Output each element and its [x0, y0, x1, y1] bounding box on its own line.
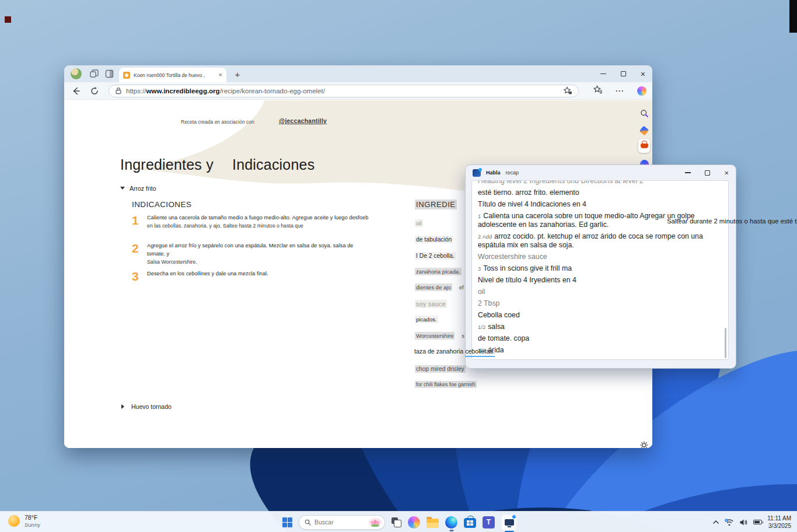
profile-avatar-icon[interactable] — [71, 68, 82, 79]
task-view-icon[interactable] — [391, 517, 401, 527]
transcript-line: oil — [478, 288, 722, 296]
recap-minimize-button[interactable] — [685, 172, 691, 173]
system-tray: 11:11 AM 3/3/2025 — [712, 512, 791, 532]
transcript-line: Cebolla coed — [478, 311, 722, 320]
refresh-icon[interactable] — [90, 86, 99, 98]
file-explorer-icon[interactable] — [427, 519, 439, 528]
screen-artifact-red-square — [5, 16, 11, 23]
teams-icon[interactable] — [483, 516, 495, 528]
copilot-icon[interactable] — [637, 86, 646, 96]
step-text: Desecha en los cebollines y dale una mez… — [147, 270, 372, 282]
heading-ingredients: Ingredientes y — [120, 156, 214, 173]
new-tab-button[interactable] — [232, 69, 243, 79]
browser-tab[interactable]: Koen roen000 Tortilla de huevo , — [119, 68, 226, 82]
url-text: https://www.incredibleegg.org/recipe/kor… — [126, 88, 325, 94]
ingredients-header: INGREDIEN — [415, 200, 472, 209]
transcript-line: de tomate. copa — [478, 334, 722, 343]
taskbar-search-box[interactable] — [299, 515, 385, 530]
ingredient-item: for chili flakes foe garnish — [415, 382, 477, 387]
microsoft-store-icon[interactable] — [464, 518, 476, 528]
tab-actions-icon[interactable] — [105, 69, 114, 78]
recap-app-title: Habla — [486, 170, 501, 176]
window-minimize-button[interactable] — [600, 74, 606, 74]
directions-header: INDICACIONES — [132, 200, 191, 209]
address-bar[interactable]: https://www.incredibleegg.org/recipe/kor… — [109, 85, 579, 97]
transcript-line: Nivel de título 4 Iryedients en 4 — [478, 276, 722, 285]
habla-recap-window: Habla recap Heading level 2 Ingredients … — [465, 164, 736, 369]
ingredient-item: Worcestershires — [415, 332, 464, 339]
transcript-line: 1/2salsa — [478, 323, 722, 331]
direction-step: 1 Caliente una cacerola de tamaño medio … — [132, 214, 377, 230]
ingredient-carrot-scallions: taza de zanahoria cebolletas. — [414, 348, 495, 355]
ingredient-item: picados. — [415, 316, 438, 323]
start-button[interactable] — [282, 517, 292, 527]
recap-close-button[interactable] — [724, 169, 729, 177]
transcript-line: Worcestershire sauce — [478, 253, 722, 261]
wifi-icon[interactable] — [725, 519, 734, 526]
direction-step: 2 Agregue el arroz frío y sepárelo con u… — [132, 242, 377, 266]
expand-arrow-icon — [121, 404, 127, 409]
ingredient-item: I De 2 cebolla. — [415, 253, 456, 259]
weather-temperature: 78°F — [25, 514, 40, 522]
recap-window-controls — [685, 169, 729, 177]
transcript-line: Título de nivel 4 Indicaciones en 4 — [478, 200, 722, 209]
site-lock-icon[interactable] — [115, 87, 122, 96]
back-icon[interactable] — [71, 86, 81, 98]
battery-icon[interactable] — [753, 520, 762, 524]
sun-icon — [8, 515, 20, 527]
notification-badge — [512, 514, 516, 519]
tray-time: 11:11 AM — [767, 514, 791, 522]
partner-link[interactable]: @jeccachantilly — [279, 117, 327, 124]
taskbar-weather-widget[interactable]: 78°F Sunny — [8, 514, 40, 528]
recap-maximize-button[interactable] — [705, 170, 710, 176]
tab-title: Koen roen000 Tortilla de huevo , — [134, 72, 215, 78]
workspaces-icon[interactable] — [90, 69, 99, 78]
transcript-line: 1/2árida — [478, 346, 722, 355]
section-label: Arroz frito — [130, 185, 156, 192]
search-icon — [305, 519, 311, 526]
toolbar-right-icons — [593, 85, 646, 96]
open-app-indicator — [449, 530, 453, 531]
sidebar-search-icon[interactable] — [638, 107, 650, 119]
step-number: 1 — [132, 214, 142, 230]
recap-transcript-panel[interactable]: Heading level 2 Ingredients und Directio… — [471, 180, 729, 360]
tab-close-icon[interactable] — [219, 72, 222, 78]
browser-toolbar: https://www.incredibleegg.org/recipe/kor… — [64, 82, 652, 100]
ingredient-item: oil — [415, 220, 423, 226]
clock-widget[interactable]: 11:11 AM 3/3/2025 — [767, 514, 791, 530]
sidebar-settings-icon[interactable] — [638, 439, 650, 448]
screen-artifact-black-strip — [789, 0, 797, 33]
window-close-button[interactable] — [641, 70, 645, 78]
search-input[interactable] — [314, 519, 365, 526]
volume-icon[interactable] — [739, 519, 748, 526]
step-number: 2 — [132, 242, 142, 266]
sidebar-shopping-icon[interactable] — [638, 125, 650, 136]
tray-chevron-icon[interactable] — [712, 520, 719, 524]
ingredient-item: dientes de ajoef — [415, 284, 464, 290]
favorites-icon[interactable] — [593, 85, 603, 96]
section-toggle-huevo-tornado[interactable]: Huevo tornado — [120, 403, 172, 410]
tray-date: 3/3/2025 — [767, 522, 791, 530]
step-text: Agregue el arroz frío y sepárelo con una… — [147, 242, 372, 266]
window-maximize-button[interactable] — [621, 71, 626, 76]
transcript-line: 2 Tbsp — [478, 299, 722, 308]
recap-app-icon — [473, 169, 481, 177]
step-number: 3 — [132, 270, 142, 282]
taskbar-center-icons — [282, 512, 517, 532]
transcript-line: 2 Addarroz cocido. pt. ketchup el arroz … — [478, 232, 722, 250]
section-toggle-arroz-frito[interactable]: Arroz frito — [120, 184, 156, 192]
sidebar-basket-icon[interactable] — [638, 140, 650, 152]
more-menu-icon[interactable] — [616, 87, 624, 95]
partnership-label: Receta creada en asociación con — [181, 119, 254, 125]
edge-icon[interactable] — [445, 516, 457, 528]
taskbar-copilot-icon[interactable] — [408, 516, 420, 528]
narrator-app-icon[interactable] — [501, 514, 517, 530]
direction-step: 3 Desecha en los cebollines y dale una m… — [132, 270, 377, 282]
recap-scrollbar[interactable] — [725, 328, 726, 358]
bookmark-gear-icon[interactable] — [563, 86, 572, 96]
weather-condition: Sunny — [25, 522, 40, 528]
desktop: Koen roen000 Tortilla de huevo , ht — [0, 0, 797, 532]
recap-doc-title: recap — [506, 170, 519, 176]
window-controls — [600, 65, 645, 82]
collapse-arrow-icon — [120, 187, 125, 192]
